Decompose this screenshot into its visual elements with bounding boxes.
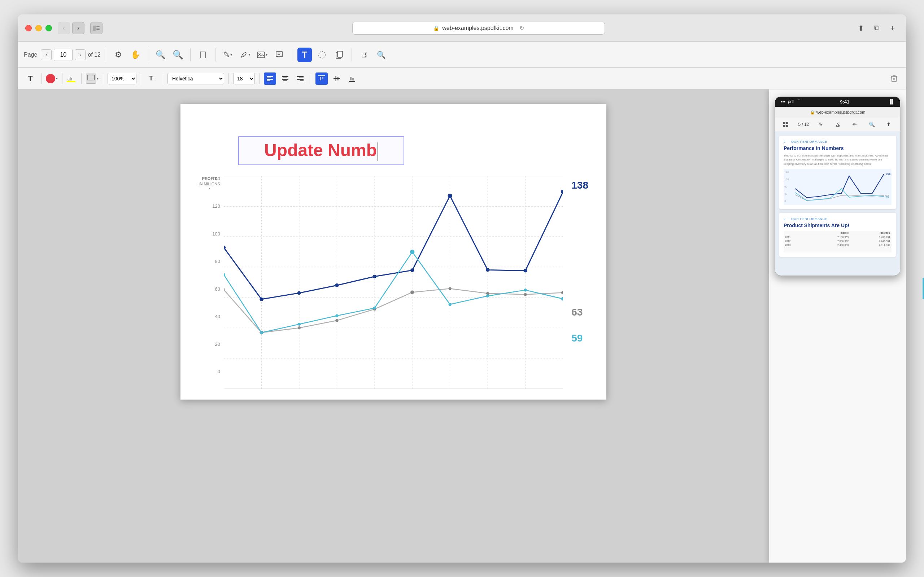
- mobile-table-thumbnail: mobile desktop 2011 7,100,359 3,400,234: [783, 231, 892, 253]
- navy-series-value: 138: [571, 180, 588, 191]
- search-button[interactable]: 🔍: [374, 48, 389, 62]
- mobile-address-bar[interactable]: 🔒 web-examples.pspdfkit.com: [775, 107, 900, 118]
- hand-tool-button[interactable]: ✋: [129, 48, 143, 62]
- svg-point-78: [298, 323, 300, 326]
- svg-point-71: [410, 290, 414, 294]
- tab-button[interactable]: ⧉: [871, 22, 883, 34]
- table-row: 2011 7,100,359 3,400,234: [783, 235, 892, 239]
- delete-button[interactable]: [888, 73, 900, 85]
- svg-rect-88: [783, 125, 785, 127]
- mobile-edit-button[interactable]: ✎: [816, 119, 826, 129]
- lock-icon: 🔒: [433, 25, 439, 31]
- back-button[interactable]: ‹: [58, 22, 70, 34]
- reload-icon[interactable]: ↻: [519, 24, 524, 31]
- mobile-card1-tag: 2 — Our Performance: [783, 140, 892, 143]
- fill-color-button[interactable]: [86, 74, 96, 84]
- series-labels: 138 63 59: [571, 180, 588, 344]
- close-button[interactable]: [25, 25, 32, 31]
- text-cursor: [378, 142, 378, 161]
- svg-point-10: [319, 52, 325, 58]
- svg-text:ab: ab: [68, 76, 72, 82]
- svg-rect-4: [200, 52, 205, 58]
- align-left-button[interactable]: [264, 73, 276, 85]
- mobile-battery: ▐▌: [888, 99, 894, 104]
- table-row: 2012 7,036,302 2,746,304: [783, 239, 892, 243]
- text-color-button[interactable]: [46, 74, 55, 83]
- font-size-increase-button[interactable]: T↑: [145, 72, 158, 85]
- mobile-card2-tag: 2 — Our Performance: [783, 217, 892, 221]
- svg-rect-31: [322, 77, 323, 79]
- svg-point-68: [298, 326, 300, 329]
- svg-point-64: [523, 269, 527, 272]
- pdf-page: Update Numb PROFIT IN MILIONS ˇ 0 20: [181, 104, 606, 400]
- svg-rect-12: [338, 51, 342, 57]
- edit-text-span: Update Numb: [264, 141, 377, 160]
- svg-text:60: 60: [784, 185, 787, 188]
- valign-top-button[interactable]: [315, 73, 328, 85]
- annotate-button[interactable]: ✎ ▾: [221, 48, 235, 62]
- zoom-in-button[interactable]: 🔍: [170, 47, 186, 63]
- settings-button[interactable]: ⚙: [111, 48, 126, 62]
- svg-text:138: 138: [885, 173, 891, 176]
- text-tool-button[interactable]: T: [297, 48, 312, 62]
- svg-point-85: [561, 297, 563, 301]
- selection-tool-button[interactable]: [315, 48, 329, 62]
- svg-rect-86: [783, 122, 785, 124]
- share-button[interactable]: ⬆: [855, 22, 867, 34]
- pdf-viewer[interactable]: Update Numb PROFIT IN MILIONS ˇ 0 20: [18, 89, 769, 562]
- next-page-button[interactable]: ›: [75, 49, 86, 60]
- mobile-search-button[interactable]: 🔍: [867, 119, 877, 129]
- highlight-button[interactable]: ab: [67, 74, 77, 83]
- maximize-button[interactable]: [45, 25, 52, 31]
- mobile-print-button[interactable]: 🖨: [833, 119, 843, 129]
- new-tab-button[interactable]: +: [887, 22, 899, 34]
- font-family-select[interactable]: Helvetica Arial Times New Roman: [168, 73, 224, 84]
- minimize-button[interactable]: [36, 25, 42, 31]
- draw-button[interactable]: ▾: [238, 48, 252, 62]
- svg-point-61: [410, 268, 414, 272]
- align-right-button[interactable]: [294, 73, 307, 85]
- svg-rect-34: [337, 77, 339, 81]
- svg-point-60: [373, 275, 376, 279]
- zoom-out-button[interactable]: 🔍: [153, 48, 168, 62]
- svg-point-58: [297, 291, 301, 295]
- y-label-120: 120: [206, 203, 220, 209]
- forward-button[interactable]: ›: [72, 22, 84, 34]
- title-bar: ‹ › 🔒 web-examples.pspdfkit.com ↻ ⬆ ⧉ +: [18, 15, 906, 42]
- svg-point-63: [486, 268, 489, 272]
- text-edit-box[interactable]: Update Numb: [238, 136, 404, 165]
- mobile-content: 2 — Our Performance Performance in Numbe…: [775, 131, 900, 276]
- comment-button[interactable]: [273, 48, 287, 62]
- y-label-100: 100: [206, 231, 220, 237]
- mobile-annotate-button[interactable]: ✏: [850, 119, 860, 129]
- prev-page-button[interactable]: ‹: [41, 49, 52, 60]
- svg-rect-2: [96, 28, 100, 29]
- y-label-20: 20: [206, 342, 220, 347]
- address-bar[interactable]: 🔒 web-examples.pspdfkit.com ↻: [352, 22, 605, 35]
- valign-bottom-button[interactable]: [346, 73, 358, 85]
- copy-button[interactable]: [332, 48, 347, 62]
- align-center-button[interactable]: [279, 73, 291, 85]
- mobile-panel: ▪▪▪ pdf ⌒ 9:41 ▐▌ 🔒 web-examples.pspdfki…: [769, 89, 906, 562]
- text-format-button[interactable]: T: [24, 72, 37, 85]
- page-number-input[interactable]: [54, 49, 73, 61]
- main-content: Update Numb PROFIT IN MILIONS ˇ 0 20: [18, 89, 906, 562]
- font-size-select[interactable]: 18 12 14 16 20 24: [233, 73, 255, 84]
- svg-rect-87: [786, 122, 788, 124]
- zoom-select[interactable]: 100% 75% 125% 150%: [108, 73, 136, 84]
- svg-point-65: [561, 190, 563, 194]
- single-page-button[interactable]: [195, 48, 210, 62]
- signal-bars: ▪▪▪: [781, 99, 785, 104]
- svg-point-74: [524, 293, 527, 296]
- svg-point-79: [335, 314, 338, 318]
- valign-middle-button[interactable]: [331, 73, 343, 85]
- image-button[interactable]: ▾: [255, 48, 270, 62]
- sidebar-toggle-button[interactable]: [90, 22, 102, 34]
- mobile-share-button[interactable]: ⬆: [884, 119, 894, 129]
- mobile-grid-button[interactable]: [781, 119, 791, 129]
- text-color-dropdown[interactable]: ▾: [56, 76, 58, 81]
- browser-window: ‹ › 🔒 web-examples.pspdfkit.com ↻ ⬆ ⧉ +: [18, 15, 906, 562]
- battery-icon: ▐▌: [888, 99, 894, 104]
- print-button[interactable]: 🖨: [357, 48, 372, 62]
- fill-dropdown[interactable]: ▾: [97, 76, 99, 81]
